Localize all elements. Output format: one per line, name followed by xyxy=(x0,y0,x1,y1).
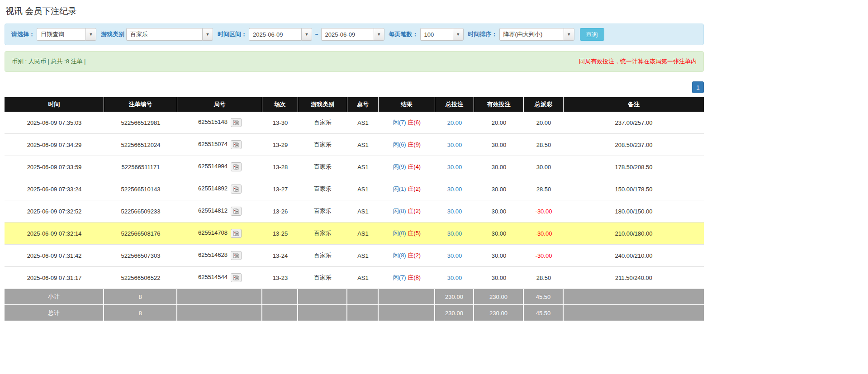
round-replay-icon[interactable] xyxy=(231,229,242,238)
round-replay-icon[interactable] xyxy=(231,118,242,127)
date-to-input[interactable] xyxy=(321,28,374,41)
cell-bet-id: 522566507303 xyxy=(104,245,177,267)
result-banker: 庄(5) xyxy=(408,230,421,237)
chevron-down-icon: ▼ xyxy=(456,32,460,37)
table-row: 2025-06-09 07:32:14522566508176625514708… xyxy=(5,223,704,245)
table-row: 2025-06-09 07:34:29522566512024625515074… xyxy=(5,134,704,156)
header-table-no: 桌号 xyxy=(347,97,379,112)
select-type-input[interactable] xyxy=(37,28,85,41)
header-result: 结果 xyxy=(379,97,435,112)
time-sort-input[interactable] xyxy=(499,28,564,41)
header-bet-id: 注单编号 xyxy=(104,97,177,112)
cell-bet-id: 522566512981 xyxy=(104,112,177,134)
result-player: 闲(6) xyxy=(393,141,406,148)
cell-table-no: AS1 xyxy=(347,267,379,289)
game-type-dropdown-button[interactable]: ▼ xyxy=(202,28,213,41)
date-to-dropdown-button[interactable]: ▼ xyxy=(374,28,384,41)
cell-game-type: 百家乐 xyxy=(298,134,347,156)
cell-round-id: 625515148 xyxy=(177,112,262,134)
page-1-button[interactable]: 1 xyxy=(692,81,704,93)
chevron-down-icon: ▼ xyxy=(567,32,571,37)
header-valid-bet: 有效投注 xyxy=(474,97,524,112)
page-size-input[interactable] xyxy=(420,28,453,41)
subtotal-label: 小计 xyxy=(5,289,104,305)
round-replay-icon[interactable] xyxy=(231,273,242,282)
cell-bet-id: 522566508176 xyxy=(104,223,177,245)
total-bet-link[interactable]: 30.00 xyxy=(447,230,462,237)
cell-payout: 20.00 xyxy=(524,112,564,134)
total-bet-link[interactable]: 30.00 xyxy=(447,164,462,170)
cell-time: 2025-06-09 07:31:17 xyxy=(5,267,104,289)
cell-remark: 180.00/150.00 xyxy=(564,200,704,223)
grand-total-row: 总计 8 230.00 230.00 45.50 xyxy=(5,305,704,322)
cell-table-no: AS1 xyxy=(347,223,379,245)
cell-game-type: 百家乐 xyxy=(298,156,347,178)
subtotal-total-bet: 230.00 xyxy=(435,289,474,305)
result-player: 闲(0) xyxy=(393,230,406,237)
result-player: 闲(8) xyxy=(393,208,406,214)
table-row: 2025-06-09 07:32:52522566509233625514812… xyxy=(5,200,704,223)
round-number: 625515148 xyxy=(198,118,228,125)
page-size-dropdown-button[interactable]: ▼ xyxy=(453,28,464,41)
header-session: 场次 xyxy=(262,97,298,112)
total-bet-link[interactable]: 30.00 xyxy=(447,186,462,193)
game-type-input[interactable] xyxy=(126,28,202,41)
cell-result: 闲(7) 庄(6) xyxy=(379,112,435,134)
cell-result: 闲(6) 庄(9) xyxy=(379,134,435,156)
cell-game-type: 百家乐 xyxy=(298,245,347,267)
cell-valid-bet: 30.00 xyxy=(474,245,524,267)
table-row: 2025-06-09 07:31:42522566507303625514628… xyxy=(5,245,704,267)
cell-result: 闲(8) 庄(2) xyxy=(379,200,435,223)
cell-table-no: AS1 xyxy=(347,200,379,223)
time-sort-dropdown-button[interactable]: ▼ xyxy=(564,28,574,41)
cell-valid-bet: 20.00 xyxy=(474,112,524,134)
total-bet-link[interactable]: 20.00 xyxy=(447,119,462,126)
cell-payout: -30.00 xyxy=(524,223,564,245)
round-replay-icon[interactable] xyxy=(231,207,242,216)
total-bet-link[interactable]: 30.00 xyxy=(447,142,462,148)
cell-payout: 30.00 xyxy=(524,156,564,178)
result-player: 闲(7) xyxy=(393,274,406,281)
grand-total-total-bet: 230.00 xyxy=(435,305,474,322)
round-replay-icon[interactable] xyxy=(231,162,242,171)
cell-session: 13-28 xyxy=(262,156,298,178)
grand-total-count: 8 xyxy=(104,305,177,322)
cell-round-id: 625514708 xyxy=(177,223,262,245)
table-footer: 小计 8 230.00 230.00 45.50 总计 8 230.00 230… xyxy=(5,289,704,322)
select-type-dropdown-button[interactable]: ▼ xyxy=(85,28,96,41)
total-bet-link[interactable]: 30.00 xyxy=(447,252,462,259)
cell-result: 闲(8) 庄(2) xyxy=(379,245,435,267)
table-row: 2025-06-09 07:33:59522566511171625514994… xyxy=(5,156,704,178)
date-from-input[interactable] xyxy=(249,28,301,41)
header-remark: 备注 xyxy=(564,97,704,112)
round-replay-icon[interactable] xyxy=(231,185,242,194)
round-replay-icon[interactable] xyxy=(231,140,242,149)
query-button[interactable]: 查询 xyxy=(580,28,604,41)
header-total-bet: 总投注 xyxy=(435,97,474,112)
grand-total-valid-bet: 230.00 xyxy=(474,305,524,322)
round-replay-icon[interactable] xyxy=(231,251,242,260)
currency-total-text: 币别 : 人民币 | 总共 :8 注单 | xyxy=(12,57,86,66)
cell-result: 闲(0) 庄(5) xyxy=(379,223,435,245)
round-number: 625514994 xyxy=(198,163,228,170)
cell-bet-id: 522566511171 xyxy=(104,156,177,178)
date-from-dropdown-button[interactable]: ▼ xyxy=(301,28,312,41)
total-bet-link[interactable]: 30.00 xyxy=(447,208,462,215)
table-row: 2025-06-09 07:33:24522566510143625514892… xyxy=(5,178,704,200)
cell-payout: 28.50 xyxy=(524,134,564,156)
date-range-label: 时间区间： xyxy=(218,30,247,38)
cell-session: 13-29 xyxy=(262,134,298,156)
chevron-down-icon: ▼ xyxy=(305,32,309,37)
header-game-type: 游戏类别 xyxy=(298,97,347,112)
subtotal-valid-bet: 230.00 xyxy=(474,289,524,305)
cell-time: 2025-06-09 07:32:14 xyxy=(5,223,104,245)
result-banker: 庄(8) xyxy=(408,274,421,281)
cell-round-id: 625514544 xyxy=(177,267,262,289)
cell-valid-bet: 30.00 xyxy=(474,178,524,200)
cell-remark: 150.00/178.50 xyxy=(564,178,704,200)
cell-result: 闲(1) 庄(2) xyxy=(379,178,435,200)
cell-payout: -30.00 xyxy=(524,245,564,267)
page-size-label: 每页笔数： xyxy=(389,30,418,38)
cell-round-id: 625515074 xyxy=(177,134,262,156)
total-bet-link[interactable]: 30.00 xyxy=(447,275,462,281)
